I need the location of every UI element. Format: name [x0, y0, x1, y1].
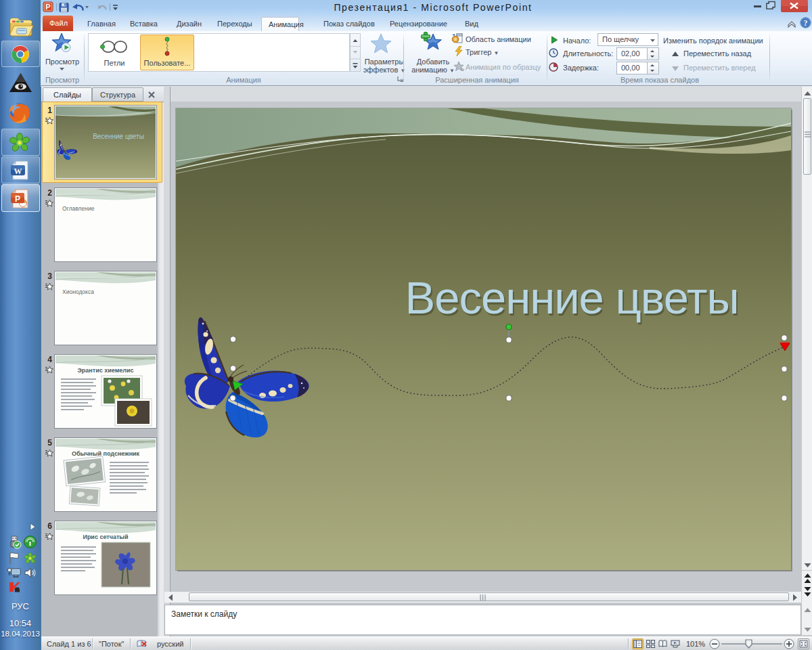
svg-text:?: ?: [804, 18, 808, 28]
svg-text:P: P: [45, 3, 50, 11]
svg-text:Ирис сетчатый: Ирис сетчатый: [83, 534, 128, 540]
svg-text:Оглавление: Оглавление: [62, 205, 95, 212]
svg-text:Эрантис хиемелис: Эрантис хиемелис: [77, 367, 133, 374]
svg-text:Обычный подснежник: Обычный подснежник: [72, 450, 140, 457]
svg-text:Весенние цветы: Весенние цветы: [93, 133, 144, 140]
svg-text:W: W: [14, 167, 22, 176]
svg-text:P: P: [15, 194, 20, 204]
svg-text:Хионодокса: Хионодокса: [62, 288, 94, 295]
svg-text:Весенние цветы: Весенние цветы: [405, 272, 738, 323]
